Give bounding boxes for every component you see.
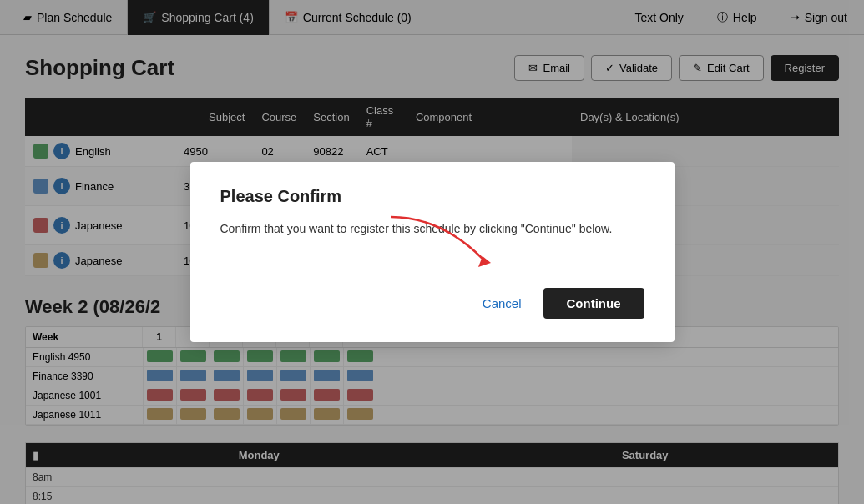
cancel-button[interactable]: Cancel (471, 288, 533, 319)
modal-actions: Cancel Continue (220, 288, 644, 319)
continue-button[interactable]: Continue (543, 288, 644, 319)
modal-body: Confirm that you want to register this s… (220, 219, 644, 238)
modal-overlay: Please Confirm Confirm that you want to … (0, 0, 864, 504)
modal-title: Please Confirm (220, 187, 644, 206)
modal-dialog: Please Confirm Confirm that you want to … (190, 162, 675, 342)
arrow-graphic (374, 209, 508, 275)
